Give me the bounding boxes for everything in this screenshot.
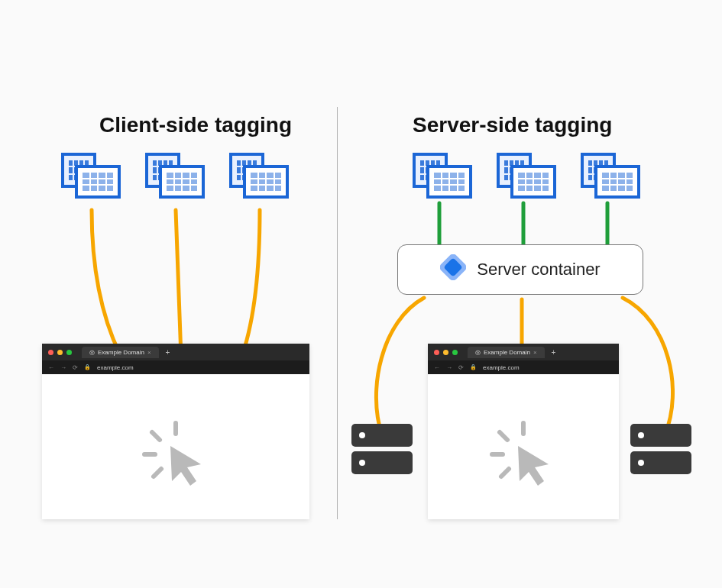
traffic-light-zoom-icon [66,350,72,355]
traffic-light-minimize-icon [57,350,63,355]
reload-icon: ⟳ [73,364,78,371]
click-cursor-icon [489,420,558,489]
browser-tab: ◎ Example Domain × [468,347,545,358]
browser-tabbar: ◎ Example Domain × + [428,344,619,360]
server-container-label: Server container [477,260,600,279]
vendor-building-icon [581,153,642,199]
url-text: example.com [97,364,134,371]
svg-line-7 [500,432,507,440]
new-tab-icon: + [166,348,170,357]
vendor-building-icon [413,153,474,199]
left-title: Client-side tagging [99,113,292,137]
center-divider [337,107,338,519]
right-title: Server-side tagging [413,113,612,137]
traffic-light-zoom-icon [452,350,458,355]
svg-line-3 [154,469,161,477]
server-arrow-icon [397,197,649,247]
new-tab-icon: + [552,348,556,357]
browser-window: ◎ Example Domain × + ← → ⟳ 🔒 example.com [428,344,619,519]
server-container-box: Server container [397,244,643,295]
tab-label: Example Domain [98,349,144,356]
forward-icon: → [60,364,66,371]
click-cursor-icon [141,420,210,489]
vendor-building-icon [61,153,122,199]
reload-icon: ⟳ [458,364,464,371]
lock-icon: 🔒 [84,364,91,370]
server-rack-icon [630,424,691,479]
back-icon: ← [48,364,54,371]
vendor-building-icon [229,153,290,199]
svg-line-1 [152,432,160,440]
browser-window: ◎ Example Domain × + ← → ⟳ 🔒 example.com [42,344,309,519]
browser-tab: ◎ Example Domain × [82,347,159,358]
server-rack-icon [351,424,413,479]
traffic-light-minimize-icon [443,350,448,355]
vendor-building-icon [145,153,206,199]
close-tab-icon: × [147,349,151,356]
traffic-light-close-icon [434,350,439,355]
vendor-building-icon [497,153,558,199]
browser-urlbar: ← → ⟳ 🔒 example.com [42,360,309,374]
globe-icon: ◎ [475,349,481,356]
close-tab-icon: × [533,349,537,356]
diagram-stage: Client-side tagging ◎ [0,0,722,588]
forward-icon: → [446,364,452,371]
svg-line-9 [501,469,509,477]
globe-icon: ◎ [89,349,95,356]
gtm-logo-icon [440,254,466,285]
browser-tabbar: ◎ Example Domain × + [42,344,309,360]
tab-label: Example Domain [484,349,530,356]
url-text: example.com [483,364,520,371]
traffic-light-close-icon [48,350,53,355]
lock-icon: 🔒 [470,364,477,370]
back-icon: ← [434,364,440,371]
browser-urlbar: ← → ⟳ 🔒 example.com [428,360,619,374]
